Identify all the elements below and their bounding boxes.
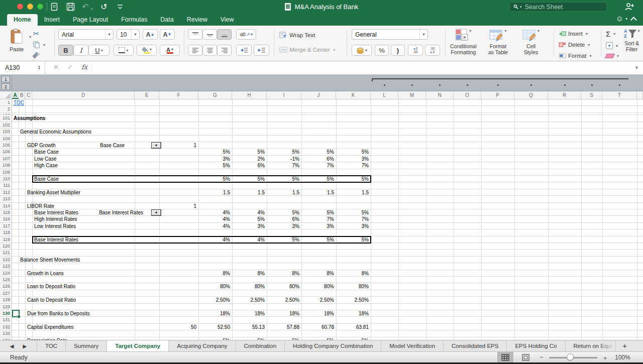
cell-value[interactable]: 3% [269, 223, 299, 229]
cell-value[interactable]: 5% [269, 236, 299, 243]
undo-menu-caret-icon[interactable]: ▾ [91, 5, 93, 13]
column-header-E[interactable]: E [135, 91, 159, 99]
cell-value[interactable]: 5% [339, 236, 369, 243]
cell-value[interactable]: 60.78 [304, 324, 334, 330]
cell-value[interactable]: 80% [200, 283, 230, 290]
cell-value[interactable]: 7% [339, 162, 369, 169]
cell-value[interactable]: 7% [304, 216, 334, 222]
column-header-R[interactable]: R [548, 91, 581, 99]
conditional-formatting-button[interactable]: ≠ ▾ Conditional Formatting [450, 29, 477, 56]
cell-value[interactable]: 1.5 [235, 189, 265, 196]
cell-label[interactable]: High Interest Rates [34, 216, 77, 222]
align-center-button[interactable] [202, 45, 217, 56]
row-header-124[interactable]: 124 [0, 270, 10, 277]
row-header-101[interactable]: 101 [0, 115, 10, 122]
cell-value[interactable]: 5% [235, 149, 265, 155]
row-header-130[interactable]: 130 [0, 310, 10, 317]
feedback-smiley-icon[interactable]: ☺ [616, 15, 623, 23]
column-header-F[interactable]: F [159, 91, 198, 99]
row-header-125[interactable]: 125 [0, 277, 10, 283]
cell-label[interactable]: LIBOR Rate [27, 203, 54, 209]
cell-value[interactable]: 6% [304, 156, 334, 162]
cell-value[interactable]: 1.5 [200, 189, 230, 196]
cell-value[interactable]: 52.50 [200, 324, 230, 330]
outline-group-dot[interactable] [439, 84, 441, 86]
cell-value[interactable]: 2.50% [339, 297, 369, 303]
cell-value[interactable]: 5% [200, 176, 230, 182]
cell-value[interactable]: 4% [200, 216, 230, 222]
font-name-select[interactable]: Arial ▾ [58, 29, 114, 40]
cell-value[interactable]: 1.5 [304, 189, 334, 196]
column-header-C[interactable]: C [25, 91, 32, 99]
cell-value[interactable]: 5% [269, 209, 299, 216]
wrap-text-button[interactable]: Wrap Text [279, 32, 315, 38]
text-orientation-button[interactable]: ab↗▾ [236, 29, 256, 40]
cell-value[interactable]: 63.81 [339, 324, 369, 330]
column-header-B[interactable]: B [19, 91, 25, 99]
sheet-tab-combination[interactable]: Combination [236, 340, 285, 351]
cell-value[interactable]: 1 [166, 142, 196, 149]
row-header-118[interactable]: 118 [0, 229, 10, 236]
insert-cells-button[interactable]: Insert ▾ [559, 31, 588, 37]
outline-level-2-button[interactable]: 2 [2, 83, 10, 90]
row-header-126[interactable]: 126 [0, 283, 10, 290]
cell-value[interactable]: 8% [304, 270, 334, 277]
zoom-in-icon[interactable]: ＋ [602, 353, 608, 362]
cell-value[interactable]: 8% [339, 270, 369, 277]
row-header-122[interactable]: 122 [0, 257, 10, 263]
redo-icon[interactable]: ↺ [100, 3, 107, 11]
sheet-tab-return-on-equi[interactable]: Return on Equi [566, 340, 616, 351]
row-header-107[interactable]: 107 [0, 156, 10, 162]
fullscreen-window-button[interactable] [37, 4, 43, 10]
cell-value[interactable]: 2% [235, 156, 265, 162]
cell-value[interactable]: 5% [200, 149, 230, 155]
cell-value[interactable]: 7% [339, 216, 369, 222]
cell-value[interactable]: 3% [304, 223, 334, 229]
cell-value[interactable]: 5% [304, 176, 334, 182]
column-header-D[interactable]: D [32, 91, 135, 99]
paste-caret-icon[interactable]: ▾ [29, 35, 31, 39]
cell-value[interactable]: 5% [235, 176, 265, 182]
row-header-115[interactable]: 115 [0, 209, 10, 216]
share-icon[interactable] [624, 3, 634, 12]
column-header-T[interactable]: T [602, 91, 637, 99]
row-header-111[interactable]: 111 [0, 182, 10, 189]
add-sheet-button[interactable]: + [616, 340, 634, 351]
cell-value[interactable]: 3% [200, 156, 230, 162]
cell-value[interactable]: 57.88 [269, 324, 299, 330]
cell-value[interactable]: 3% [339, 156, 369, 162]
row-header-103[interactable]: 103 [0, 129, 10, 135]
cell-value[interactable]: 4% [200, 236, 230, 243]
cell-value[interactable]: 5% [235, 216, 265, 222]
cell-value[interactable]: 5% [339, 149, 369, 155]
column-header-partial[interactable] [637, 91, 643, 99]
sheet-tab-holding-company-combination[interactable]: Holding Company Combination [285, 340, 381, 351]
decrease-indent-button[interactable] [236, 45, 252, 56]
cell-value[interactable]: 5% [304, 209, 334, 216]
column-header-S[interactable]: S [581, 91, 602, 99]
cell-label[interactable]: Capital Expenditures [27, 324, 73, 330]
increase-decimal-button[interactable]: ◂.0 .00 [408, 45, 423, 56]
increase-indent-button[interactable] [254, 45, 269, 56]
merge-center-button[interactable]: Merge & Center ▾ [279, 47, 335, 53]
cell-value[interactable]: 80% [304, 283, 334, 290]
row-header-119[interactable]: 119 [0, 236, 10, 243]
outline-level-1-button[interactable]: 1 [2, 76, 10, 82]
case-selector-dropdown[interactable]: ▼ [151, 142, 161, 149]
cell-value[interactable]: 18% [200, 310, 230, 317]
cell-value[interactable]: 1.5 [269, 189, 299, 196]
select-all-corner[interactable] [0, 91, 12, 99]
insert-function-icon[interactable]: fx [81, 63, 87, 71]
zoom-slider-thumb[interactable] [567, 353, 574, 360]
comma-style-button[interactable]: ) [391, 45, 405, 56]
cell-value[interactable]: 55.13 [235, 324, 265, 330]
case-selector-dropdown[interactable]: ▼ [151, 209, 161, 216]
row-header-133[interactable]: 133 [0, 330, 10, 337]
cancel-entry-icon[interactable]: ✕ [53, 63, 59, 71]
sheet-tab-acquiring-company[interactable]: Acquiring Company [169, 340, 236, 351]
ribbon-tab-data[interactable]: Data [154, 14, 180, 26]
feedback-caret-icon[interactable]: ▾ [625, 17, 627, 21]
row-header-2[interactable]: 2 [0, 106, 10, 112]
format-cells-button[interactable]: Format ▾ [559, 53, 591, 59]
row-header-106[interactable]: 106 [0, 149, 10, 155]
